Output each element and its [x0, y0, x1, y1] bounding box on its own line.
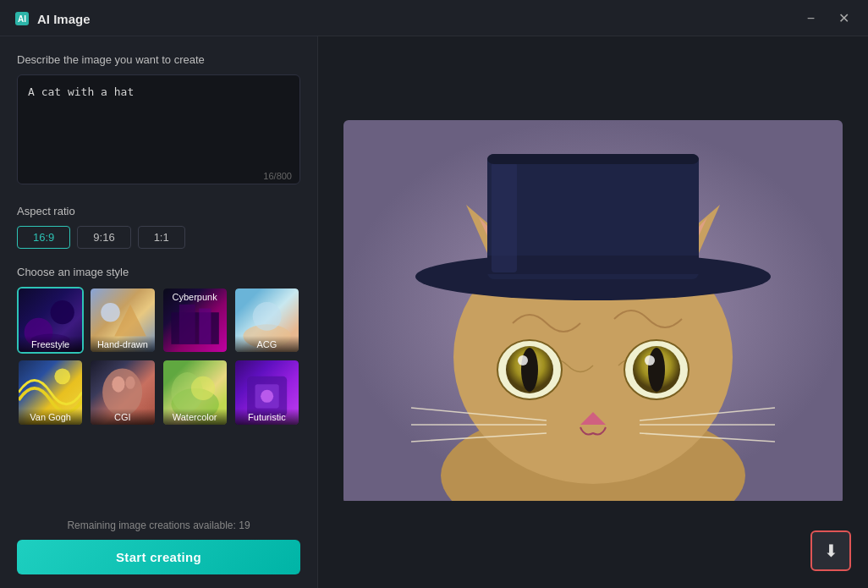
- style-grid: Freestyle Hand-drawn: [17, 287, 300, 426]
- svg-rect-31: [487, 256, 699, 274]
- style-handdrawn[interactable]: Hand-drawn: [89, 287, 156, 354]
- prompt-input[interactable]: A cat with a hat: [17, 74, 300, 184]
- svg-point-3: [51, 300, 74, 324]
- svg-rect-8: [179, 305, 195, 344]
- style-handdrawn-label: Hand-drawn: [91, 336, 154, 352]
- main-window: AI AI Image − ✕ Describe the image you w…: [0, 0, 868, 588]
- style-watercolor[interactable]: Watercolor: [162, 359, 228, 426]
- aspect-label: Aspect ratio: [17, 205, 300, 217]
- style-futuristic-label: Futuristic: [235, 409, 299, 425]
- svg-point-15: [126, 376, 135, 389]
- style-freestyle[interactable]: Freestyle: [17, 287, 84, 354]
- svg-point-14: [113, 376, 125, 393]
- download-button[interactable]: ⬇: [810, 530, 851, 571]
- svg-rect-32: [492, 162, 517, 272]
- svg-point-38: [521, 348, 538, 392]
- svg-point-41: [645, 355, 655, 365]
- style-acg[interactable]: ACG: [233, 287, 300, 354]
- style-cgi[interactable]: CGI: [89, 359, 156, 426]
- minimize-button[interactable]: −: [802, 10, 820, 27]
- style-futuristic[interactable]: Futuristic: [233, 359, 300, 426]
- svg-point-18: [190, 376, 214, 400]
- style-cgi-label: CGI: [91, 409, 154, 425]
- style-freestyle-label: Freestyle: [19, 336, 82, 352]
- aspect-9-16[interactable]: 9:16: [77, 226, 130, 249]
- app-icon: AI: [14, 10, 30, 27]
- start-creating-button[interactable]: Start creating: [17, 540, 300, 574]
- style-acg-label: ACG: [235, 336, 299, 352]
- svg-point-21: [261, 390, 273, 403]
- svg-rect-9: [199, 309, 211, 344]
- download-icon: ⬇: [824, 541, 838, 561]
- svg-point-6: [101, 303, 120, 322]
- style-watercolor-label: Watercolor: [163, 409, 227, 425]
- title-bar: AI AI Image − ✕: [0, 0, 868, 36]
- style-cyberpunk-label: Cyberpunk: [163, 292, 227, 302]
- svg-text:AI: AI: [18, 14, 26, 24]
- style-vangogh-label: Van Gogh: [19, 409, 82, 425]
- image-preview: [343, 120, 843, 504]
- style-label: Choose an image style: [17, 266, 300, 278]
- left-panel: Describe the image you want to create A …: [0, 36, 318, 588]
- style-section: Choose an image style Freestyle: [17, 266, 300, 426]
- aspect-16-9[interactable]: 16:9: [17, 226, 70, 249]
- svg-point-40: [518, 355, 528, 365]
- title-bar-left: AI AI Image: [14, 10, 91, 27]
- svg-rect-33: [487, 154, 699, 164]
- svg-point-11: [252, 302, 281, 331]
- prompt-wrapper: A cat with a hat 16/800: [17, 74, 300, 188]
- aspect-section: Aspect ratio 16:9 9:16 1:1: [17, 205, 300, 249]
- char-count: 16/800: [263, 171, 292, 181]
- cat-image: [343, 120, 843, 501]
- window-title: AI Image: [37, 12, 91, 26]
- close-button[interactable]: ✕: [833, 10, 854, 27]
- aspect-1-1[interactable]: 1:1: [138, 226, 185, 249]
- right-panel: ⬇: [318, 36, 868, 588]
- style-vangogh[interactable]: Van Gogh: [17, 359, 84, 426]
- svg-point-39: [648, 348, 665, 392]
- remaining-text: Remaining image creations available: 19: [17, 519, 300, 531]
- style-cyberpunk[interactable]: Cyberpunk: [162, 287, 228, 354]
- prompt-label: Describe the image you want to create: [17, 53, 300, 66]
- svg-point-12: [54, 369, 70, 385]
- window-controls: − ✕: [802, 10, 854, 27]
- aspect-buttons: 16:9 9:16 1:1: [17, 226, 300, 249]
- main-content: Describe the image you want to create A …: [0, 36, 868, 588]
